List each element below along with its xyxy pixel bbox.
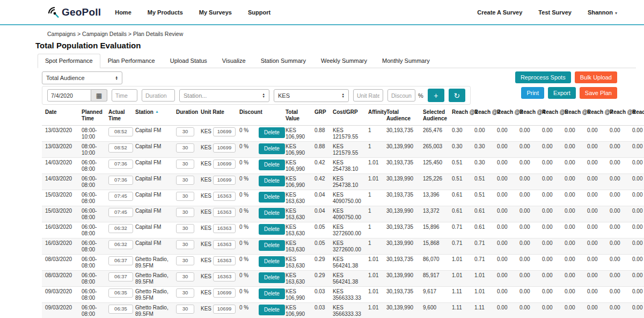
actual-time-input[interactable]: 06:32 — [108, 224, 133, 233]
planned-time-cell: 06:00-08:00 — [78, 271, 105, 287]
station-select-value: Station... — [184, 92, 207, 99]
duration-input[interactable] — [142, 89, 175, 102]
reach-cell: 0.61 — [471, 206, 494, 222]
export-button[interactable]: Export — [548, 87, 576, 99]
calendar-icon[interactable]: ▦ — [91, 89, 107, 102]
total-audience-cell: 30,139,990 — [383, 238, 420, 255]
geopoll-logo[interactable]: GeoPoll — [47, 6, 101, 18]
tab-visualize[interactable]: Visualize — [215, 54, 253, 68]
duration-input[interactable]: 30 — [176, 127, 194, 136]
delete-button[interactable]: Delete — [259, 240, 285, 251]
nav-item-my-surveys[interactable]: My Surveys — [199, 9, 232, 16]
delete-button[interactable]: Delete — [259, 208, 285, 219]
unit-rate-input[interactable]: 16363 — [213, 256, 236, 265]
actual-time-input[interactable]: 06:37 — [108, 272, 133, 281]
duration-input[interactable]: 30 — [176, 160, 194, 169]
nav-item-create-a-survey[interactable]: Create A Survey — [477, 9, 522, 16]
delete-button[interactable]: Delete — [259, 143, 285, 154]
reach-cell: 0.00 — [494, 206, 516, 222]
col-header-station[interactable]: Station▲ — [132, 108, 173, 126]
delete-button[interactable]: Delete — [259, 176, 285, 186]
delete-button[interactable]: Delete — [259, 192, 285, 203]
delete-button[interactable]: Delete — [259, 256, 285, 267]
nav-item-support[interactable]: Support — [248, 9, 270, 16]
reach-cell: 0.00 — [629, 206, 644, 222]
actual-time-input[interactable]: 06:35 — [108, 288, 133, 298]
unit-rate-input[interactable]: 10699 — [213, 143, 236, 153]
chevron-down-icon: ▾ — [615, 11, 617, 16]
duration-input[interactable]: 30 — [176, 240, 194, 249]
duration-input[interactable]: 30 — [176, 208, 194, 217]
col-header-total-audience: Total Audience — [383, 108, 420, 126]
delete-button[interactable]: Delete — [259, 272, 285, 283]
actual-time-input[interactable]: 07:36 — [108, 176, 133, 185]
date-input[interactable] — [47, 89, 91, 102]
delete-button[interactable]: Delete — [259, 224, 285, 235]
tab-spot-performance[interactable]: Spot Performance — [38, 54, 100, 68]
unit-rate-input[interactable]: 10699 — [213, 176, 236, 185]
affinity-cell: 1 — [365, 190, 383, 206]
audience-select[interactable]: Total Audience ▲▼ — [42, 71, 122, 84]
unit-rate-input[interactable]: 10699 — [213, 305, 236, 314]
delete-button[interactable]: Delete — [259, 288, 285, 299]
actual-time-input[interactable]: 06:35 — [108, 305, 133, 314]
tab-station-summary[interactable]: Station Summary — [253, 54, 313, 68]
unit-rate-input[interactable]: 16363 — [213, 224, 236, 233]
tab-plan-performance[interactable]: Plan Performance — [100, 54, 163, 68]
delete-button[interactable]: Delete — [259, 160, 285, 170]
col-header-planned-time: Planned Time — [78, 108, 105, 126]
duration-input[interactable]: 30 — [176, 224, 194, 233]
user-menu[interactable]: Shannon▾ — [588, 9, 617, 16]
duration-input[interactable]: 30 — [176, 288, 194, 298]
actual-time-input[interactable]: 07:45 — [108, 192, 133, 201]
delete-button[interactable]: Delete — [259, 305, 285, 315]
duration-input[interactable]: 30 — [176, 305, 194, 314]
unit-rate-input[interactable]: 16363 — [213, 240, 236, 249]
tab-weekly-summary[interactable]: Weekly Summary — [313, 54, 375, 68]
refresh-button[interactable]: ↻ — [449, 89, 465, 102]
time-input[interactable] — [112, 89, 137, 102]
unit-rate-cell: KES10699 — [197, 303, 236, 318]
actual-time-input[interactable]: 06:32 — [108, 240, 133, 249]
planned-time-cell: 06:00-08:00 — [78, 303, 105, 318]
nav-item-test-survey[interactable]: Test Survey — [538, 9, 572, 16]
grp-cell: 0.03 — [311, 303, 330, 318]
nav-item-my-products[interactable]: My Products — [148, 9, 183, 16]
unit-rate-input[interactable]: 10699 — [213, 160, 236, 169]
discount-input[interactable] — [387, 89, 415, 102]
total-audience-cell: 30,193,735 — [383, 255, 420, 271]
actual-time-input[interactable]: 08:52 — [108, 127, 133, 136]
unit-rate-input[interactable]: 10699 — [213, 127, 236, 136]
unit-rate-input[interactable]: 16363 — [213, 272, 236, 281]
duration-input[interactable]: 30 — [176, 176, 194, 185]
unit-rate-input[interactable] — [353, 89, 383, 102]
actual-time-input-cell: 07:45 — [105, 206, 132, 222]
actual-time-input[interactable]: 07:45 — [108, 208, 133, 217]
nav-item-home[interactable]: Home — [115, 9, 131, 16]
duration-input[interactable]: 30 — [176, 143, 194, 153]
breadcrumb[interactable]: Campaigns > Campaign Details > Plan Deta… — [47, 31, 644, 37]
tab-monthly-summary[interactable]: Monthly Summary — [375, 54, 437, 68]
duration-input[interactable]: 30 — [176, 256, 194, 265]
actual-time-input-cell: 06:32 — [105, 222, 132, 238]
print-button[interactable]: Print — [521, 87, 544, 99]
duration-input[interactable]: 30 — [176, 272, 194, 281]
add-spot-button[interactable]: + — [428, 89, 444, 102]
tab-upload-status[interactable]: Upload Status — [163, 54, 215, 68]
unit-rate-input[interactable]: 16363 — [213, 192, 236, 201]
actual-time-input[interactable]: 06:37 — [108, 256, 133, 265]
station-select[interactable]: Station... ▲▼ — [179, 89, 269, 102]
delete-button[interactable]: Delete — [259, 127, 285, 138]
actual-time-input[interactable]: 07:36 — [108, 160, 133, 169]
table-row: 16/03/202006:00-08:0006:32Capital FM30KE… — [42, 238, 644, 255]
unit-rate-input[interactable]: 16363 — [213, 208, 236, 217]
actual-time-input[interactable]: 08:52 — [108, 143, 133, 153]
currency-select[interactable]: KES ▲▼ — [274, 89, 349, 102]
sort-asc-icon[interactable]: ▲ — [155, 110, 159, 113]
save-plan-button[interactable]: Save Plan — [580, 87, 617, 99]
duration-input[interactable]: 30 — [176, 192, 194, 201]
reprocess-spots-button[interactable]: Reprocess Spots — [515, 71, 571, 83]
reach-cell: 0.00 — [494, 271, 516, 287]
bulk-upload-button[interactable]: Bulk Upload — [575, 71, 617, 83]
unit-rate-input[interactable]: 10699 — [213, 288, 236, 298]
